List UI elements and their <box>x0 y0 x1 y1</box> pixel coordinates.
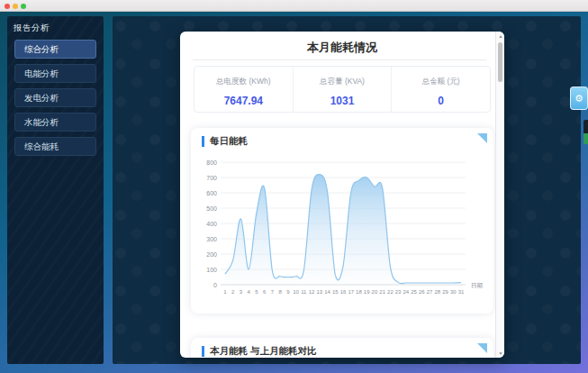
svg-text:12: 12 <box>309 289 315 295</box>
svg-text:27: 27 <box>427 289 433 295</box>
svg-text:500: 500 <box>206 205 217 212</box>
svg-text:11: 11 <box>301 289 307 295</box>
svg-text:9: 9 <box>286 289 290 295</box>
svg-text:19: 19 <box>364 289 370 295</box>
scroll-down-icon[interactable]: ▼ <box>496 350 504 356</box>
section-accent-bar <box>202 136 204 147</box>
month-comparison-section: 本月能耗 与上月能耗对比 <box>191 338 493 358</box>
stat-col-0: 总电度数 (KWh)7647.94 <box>194 67 294 112</box>
svg-text:22: 22 <box>387 289 394 295</box>
stats-box: 总电度数 (KWh)7647.94总容量 (KVA)1031总金额 (元)0 <box>194 66 491 113</box>
daily-energy-section: 每日能耗 01002003004005006007008001234567891… <box>191 128 493 314</box>
svg-text:25: 25 <box>411 289 417 295</box>
svg-text:100: 100 <box>206 267 217 273</box>
svg-text:24: 24 <box>403 289 410 295</box>
app-window: 报告分析 综合分析电能分析发电分析水能分析综合能耗 本月能耗情况 总电度数 (K… <box>0 0 588 373</box>
svg-text:29: 29 <box>442 289 448 295</box>
svg-text:6: 6 <box>263 289 267 295</box>
svg-text:1: 1 <box>223 289 227 295</box>
svg-text:13: 13 <box>316 289 322 295</box>
scrollbar-thumb[interactable] <box>498 42 502 82</box>
corner-triangle-icon <box>477 343 487 353</box>
titlebar <box>0 0 588 12</box>
svg-text:2: 2 <box>231 289 235 295</box>
svg-text:14: 14 <box>324 289 330 295</box>
section-header: 每日能耗 <box>191 128 493 151</box>
svg-text:4: 4 <box>248 289 251 295</box>
sidebar: 报告分析 综合分析电能分析发电分析水能分析综合能耗 <box>7 16 104 364</box>
svg-text:18: 18 <box>356 289 362 295</box>
sidebar-header: 报告分析 <box>7 16 104 40</box>
svg-text:28: 28 <box>434 289 440 295</box>
section-title: 每日能耗 <box>210 135 248 148</box>
svg-text:8: 8 <box>278 289 282 295</box>
sidebar-menu: 综合分析电能分析发电分析水能分析综合能耗 <box>7 40 104 156</box>
corner-triangle-icon <box>477 133 487 143</box>
stat-value: 1031 <box>294 95 392 107</box>
svg-text:200: 200 <box>206 251 217 258</box>
gear-icon: ⚙ <box>574 93 583 104</box>
sidebar-item-0[interactable]: 综合分析 <box>14 40 96 59</box>
svg-text:0: 0 <box>213 282 217 288</box>
title-divider <box>193 59 486 60</box>
svg-text:31: 31 <box>458 289 465 295</box>
svg-text:15: 15 <box>332 289 339 295</box>
stat-label: 总金额 (元) <box>392 77 490 87</box>
card-scrollbar[interactable]: ▲ ▼ <box>495 32 504 358</box>
svg-text:23: 23 <box>395 289 402 295</box>
section-accent-bar <box>202 346 204 357</box>
svg-text:700: 700 <box>206 175 217 181</box>
svg-text:5: 5 <box>255 289 258 295</box>
stat-col-2: 总金额 (元)0 <box>392 67 490 112</box>
close-window-button[interactable] <box>5 4 10 9</box>
svg-text:300: 300 <box>206 236 217 242</box>
minimize-window-button[interactable] <box>13 4 18 9</box>
svg-text:20: 20 <box>372 289 378 295</box>
svg-text:30: 30 <box>450 289 457 295</box>
sidebar-item-3[interactable]: 水能分析 <box>14 113 96 132</box>
edge-tool-button[interactable] <box>583 120 588 144</box>
scroll-up-icon[interactable]: ▲ <box>496 33 504 39</box>
svg-text:10: 10 <box>293 289 299 295</box>
stat-value: 7647.94 <box>194 95 293 107</box>
svg-text:800: 800 <box>206 159 217 166</box>
svg-text:21: 21 <box>379 289 385 295</box>
zoom-window-button[interactable] <box>21 4 26 9</box>
stat-col-1: 总容量 (KVA)1031 <box>294 67 393 112</box>
section-header: 本月能耗 与上月能耗对比 <box>191 338 493 358</box>
svg-text:16: 16 <box>340 289 347 295</box>
sidebar-item-4[interactable]: 综合能耗 <box>14 137 96 156</box>
stat-value: 0 <box>392 95 490 107</box>
svg-text:17: 17 <box>348 289 354 295</box>
section-title: 本月能耗 与上月能耗对比 <box>210 345 316 358</box>
svg-text:日期: 日期 <box>471 282 483 288</box>
stat-label: 总容量 (KVA) <box>294 77 392 87</box>
sidebar-item-2[interactable]: 发电分析 <box>14 88 96 107</box>
svg-text:26: 26 <box>419 289 425 295</box>
daily-energy-chart: 0100200300400500600700800123456789101112… <box>196 153 488 308</box>
svg-text:600: 600 <box>206 190 217 196</box>
stat-label: 总电度数 (KWh) <box>194 77 293 87</box>
svg-text:7: 7 <box>271 289 275 295</box>
card-title: 本月能耗情况 <box>180 32 504 56</box>
settings-gear-button[interactable]: ⚙ <box>570 86 588 110</box>
sidebar-item-1[interactable]: 电能分析 <box>14 64 96 83</box>
svg-text:400: 400 <box>206 221 217 227</box>
svg-text:3: 3 <box>240 289 243 295</box>
content-card: 本月能耗情况 总电度数 (KWh)7647.94总容量 (KVA)1031总金额… <box>180 32 504 358</box>
